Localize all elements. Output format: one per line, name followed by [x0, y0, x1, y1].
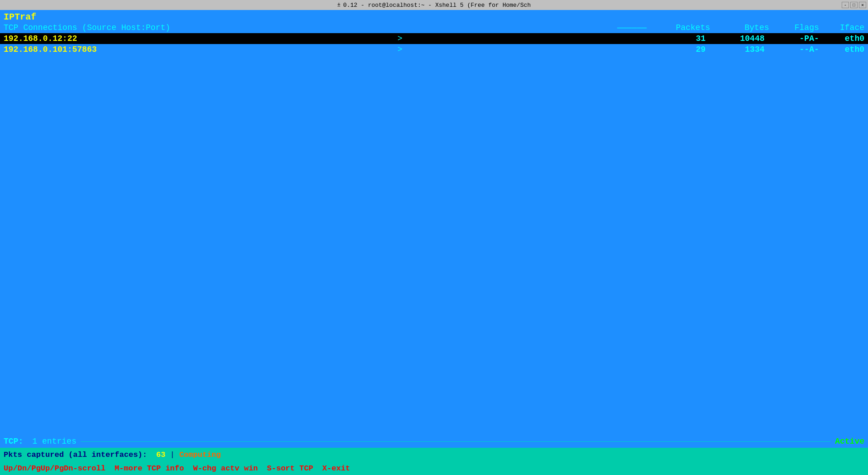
titlebar: ± 0.12 - root@localhost:~ - Xshell 5 (Fr…: [0, 0, 868, 10]
close-button[interactable]: ✕: [859, 2, 866, 8]
pkts-captured-value: 63: [156, 450, 165, 459]
tcp-flags-1: --A-: [765, 45, 819, 54]
tcp-flags-0: -PA-: [765, 34, 819, 43]
col-header-source: TCP Connections (Source Host:Port): [4, 23, 610, 32]
tcp-direction-1: >: [149, 45, 651, 54]
table-row[interactable]: 192.168.0.12:22>3110448-PA-eth0: [0, 33, 868, 44]
minimize-button[interactable]: -: [842, 2, 849, 8]
titlebar-controls: - □ ✕: [842, 2, 866, 8]
tcp-rows-container: 192.168.0.12:22>3110448-PA-eth0192.168.0…: [0, 33, 868, 55]
status-tcp-label: TCP:: [4, 437, 23, 446]
tcp-bytes-1: 1334: [706, 45, 765, 54]
table-row[interactable]: 192.168.0.101:57863>291334--A-eth0: [0, 44, 868, 55]
hotkey-scroll[interactable]: Up/Dn/PgUp/PgDn-scroll: [4, 464, 105, 473]
table-header: TCP Connections (Source Host:Port) —————…: [0, 22, 868, 33]
titlebar-icon: ±: [337, 2, 340, 8]
hotkey-bar: Up/Dn/PgUp/PgDn-scroll M-more TCP info W…: [0, 461, 868, 475]
tcp-host-1: 192.168.0.101:57863: [4, 45, 149, 54]
terminal-area: IPTraf TCP Connections (Source Host:Port…: [0, 10, 868, 475]
tcp-iface-1: eth0: [819, 45, 864, 54]
bottom-status-bar: Pkts captured (all interfaces): 63 | Com…: [0, 448, 868, 461]
tcp-host-0: 192.168.0.12:22: [4, 34, 149, 43]
hotkey-win[interactable]: W-chg actv win: [193, 464, 258, 473]
hotkey-more[interactable]: M-more TCP info: [114, 464, 184, 473]
app-header: IPTraf: [0, 10, 868, 22]
pipe-divider: |: [170, 450, 175, 459]
tcp-direction-0: >: [149, 34, 651, 43]
tcp-iface-0: eth0: [819, 34, 864, 43]
maximize-button[interactable]: □: [850, 2, 858, 8]
tcp-packets-1: 29: [651, 45, 706, 54]
col-header-flags: Flags: [769, 23, 819, 32]
status-bar: TCP: 1 entries Active: [0, 435, 868, 448]
tcp-packets-0: 31: [651, 34, 706, 43]
hotkey-exit[interactable]: X-exit: [322, 464, 350, 473]
col-header-divider-line: ——————: [610, 23, 647, 32]
status-active: Active: [835, 437, 864, 446]
hotkey-sort[interactable]: S-sort TCP: [267, 464, 313, 473]
col-header-packets: Packets: [656, 23, 710, 32]
col-header-iface: Iface: [819, 23, 864, 32]
status-entries: 1 entries: [32, 437, 76, 446]
tcp-bytes-0: 10448: [706, 34, 765, 43]
titlebar-text: 0.12 - root@localhost:~ - Xshell 5 (Free…: [343, 2, 530, 9]
app-logo: IPTraf: [4, 12, 36, 22]
pkts-captured-label: Pkts captured (all interfaces):: [4, 450, 147, 459]
computing-label: Computing: [179, 450, 221, 459]
col-header-bytes: Bytes: [710, 23, 769, 32]
status-divider-line: [81, 441, 830, 442]
